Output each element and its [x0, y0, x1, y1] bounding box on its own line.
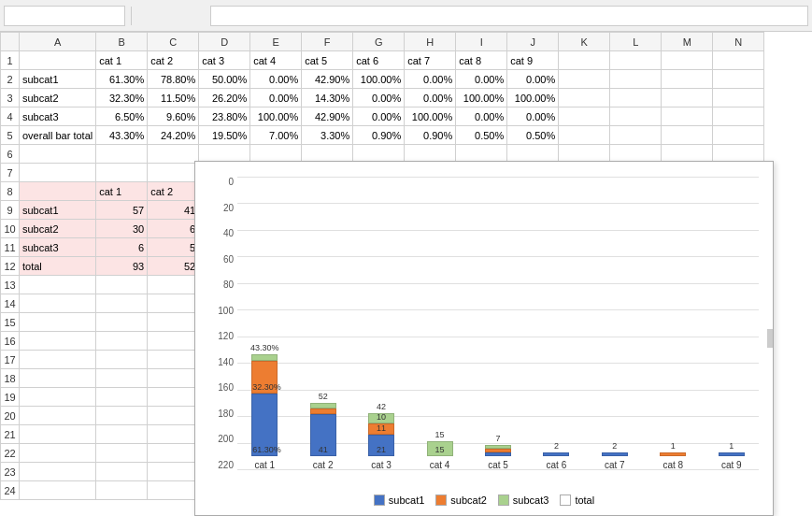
cell-r4-c3[interactable]: 9.60%: [148, 108, 199, 126]
cell-r5-c8[interactable]: 0.90%: [405, 126, 456, 145]
cell-r19-c1[interactable]: [20, 388, 96, 407]
cell-r12-c2[interactable]: 93: [96, 257, 148, 276]
cell-r14-c1[interactable]: [20, 294, 96, 313]
cell-r22-c2[interactable]: [96, 444, 148, 463]
cell-r14-c3[interactable]: [148, 294, 199, 313]
cell-r7-c1[interactable]: [20, 164, 96, 182]
cancel-button[interactable]: [137, 6, 158, 26]
cell-r1-c13[interactable]: [662, 51, 713, 70]
cell-r1-c12[interactable]: [610, 51, 662, 70]
cell-r1-c7[interactable]: cat 6: [353, 51, 405, 70]
confirm-button[interactable]: [162, 6, 182, 26]
cell-r5-c14[interactable]: [713, 126, 764, 145]
cell-r2-c12[interactable]: [610, 70, 662, 89]
cell-r5-c7[interactable]: 0.90%: [353, 126, 405, 145]
cell-r3-c7[interactable]: 0.00%: [353, 89, 405, 108]
cell-r15-c3[interactable]: [148, 313, 199, 332]
cell-r7-c3[interactable]: [148, 164, 199, 182]
cell-r16-c1[interactable]: [20, 332, 96, 351]
cell-r3-c2[interactable]: 32.30%: [96, 89, 148, 108]
cell-r1-c3[interactable]: cat 2: [148, 51, 199, 70]
cell-r2-c3[interactable]: 78.80%: [148, 70, 199, 89]
cell-r21-c2[interactable]: [96, 425, 148, 444]
cell-r12-c3[interactable]: 52: [148, 257, 199, 276]
cell-r2-c4[interactable]: 50.00%: [199, 70, 250, 89]
cell-r20-c2[interactable]: [96, 407, 148, 425]
cell-r2-c2[interactable]: 61.30%: [96, 70, 148, 89]
cell-r2-c11[interactable]: [559, 70, 610, 89]
cell-r3-c13[interactable]: [662, 89, 713, 108]
cell-r23-c2[interactable]: [96, 463, 148, 481]
cell-r23-c1[interactable]: [20, 463, 96, 481]
cell-r21-c3[interactable]: [148, 425, 199, 444]
chart-overlay[interactable]: 220200180160140120100806040200 43.30%61.…: [194, 161, 774, 516]
formula-bar[interactable]: [210, 6, 808, 26]
cell-r4-c2[interactable]: 6.50%: [96, 108, 148, 126]
cell-r6-c1[interactable]: [20, 145, 96, 164]
cell-r10-c1[interactable]: subcat2: [20, 220, 96, 238]
cell-r3-c10[interactable]: 100.00%: [507, 89, 559, 108]
cell-r16-c2[interactable]: [96, 332, 148, 351]
cell-r2-c13[interactable]: [662, 70, 713, 89]
chart-resize-handle[interactable]: [767, 329, 773, 348]
cell-r1-c10[interactable]: cat 9: [507, 51, 559, 70]
cell-r4-c4[interactable]: 23.80%: [199, 108, 250, 126]
cell-r4-c8[interactable]: 100.00%: [405, 108, 456, 126]
cell-r2-c6[interactable]: 42.90%: [302, 70, 353, 89]
cell-r4-c10[interactable]: 0.00%: [507, 108, 559, 126]
cell-r6-c3[interactable]: [148, 145, 199, 164]
cell-r22-c3[interactable]: [148, 444, 199, 463]
cell-r3-c8[interactable]: 0.00%: [405, 89, 456, 108]
cell-r5-c5[interactable]: 7.00%: [250, 126, 302, 145]
cell-r20-c3[interactable]: [148, 407, 199, 425]
cell-r1-c5[interactable]: cat 4: [250, 51, 302, 70]
cell-r18-c1[interactable]: [20, 369, 96, 388]
fx-button[interactable]: [186, 6, 207, 26]
cell-r5-c1[interactable]: overall bar total: [20, 126, 96, 145]
cell-r15-c2[interactable]: [96, 313, 148, 332]
cell-r19-c3[interactable]: [148, 388, 199, 407]
cell-r13-c2[interactable]: [96, 276, 148, 294]
cell-r4-c9[interactable]: 0.00%: [456, 108, 507, 126]
cell-r2-c1[interactable]: subcat1: [20, 70, 96, 89]
cell-r18-c3[interactable]: [148, 369, 199, 388]
cell-r2-c14[interactable]: [713, 70, 764, 89]
cell-r5-c10[interactable]: 0.50%: [507, 126, 559, 145]
cell-r4-c13[interactable]: [662, 108, 713, 126]
cell-r3-c12[interactable]: [610, 89, 662, 108]
cell-r1-c14[interactable]: [713, 51, 764, 70]
cell-r1-c8[interactable]: cat 7: [405, 51, 456, 70]
cell-r2-c8[interactable]: 0.00%: [405, 70, 456, 89]
cell-r10-c2[interactable]: 30: [96, 220, 148, 238]
cell-r2-c7[interactable]: 100.00%: [353, 70, 405, 89]
cell-r11-c3[interactable]: 5: [148, 238, 199, 257]
cell-r5-c12[interactable]: [610, 126, 662, 145]
cell-r8-c1[interactable]: [20, 182, 96, 201]
cell-r4-c5[interactable]: 100.00%: [250, 108, 302, 126]
cell-r4-c7[interactable]: 0.00%: [353, 108, 405, 126]
cell-r5-c3[interactable]: 24.20%: [148, 126, 199, 145]
cell-r17-c3[interactable]: [148, 351, 199, 369]
cell-r24-c3[interactable]: [148, 481, 199, 500]
cell-r1-c4[interactable]: cat 3: [199, 51, 250, 70]
cell-r9-c1[interactable]: subcat1: [20, 201, 96, 220]
cell-r2-c5[interactable]: 0.00%: [250, 70, 302, 89]
cell-r8-c2[interactable]: cat 1: [96, 182, 148, 201]
cell-r14-c2[interactable]: [96, 294, 148, 313]
cell-r3-c1[interactable]: subcat2: [20, 89, 96, 108]
cell-r5-c6[interactable]: 3.30%: [302, 126, 353, 145]
cell-r9-c2[interactable]: 57: [96, 201, 148, 220]
cell-r21-c1[interactable]: [20, 425, 96, 444]
cell-r1-c1[interactable]: [20, 51, 96, 70]
cell-r1-c2[interactable]: cat 1: [96, 51, 148, 70]
cell-r10-c3[interactable]: 6: [148, 220, 199, 238]
cell-r12-c1[interactable]: total: [20, 257, 96, 276]
cell-r3-c4[interactable]: 26.20%: [199, 89, 250, 108]
cell-r8-c3[interactable]: cat 2: [148, 182, 199, 201]
cell-r19-c2[interactable]: [96, 388, 148, 407]
cell-r1-c6[interactable]: cat 5: [302, 51, 353, 70]
cell-r4-c14[interactable]: [713, 108, 764, 126]
cell-r2-c10[interactable]: 0.00%: [507, 70, 559, 89]
cell-r22-c1[interactable]: [20, 444, 96, 463]
cell-r4-c12[interactable]: [610, 108, 662, 126]
